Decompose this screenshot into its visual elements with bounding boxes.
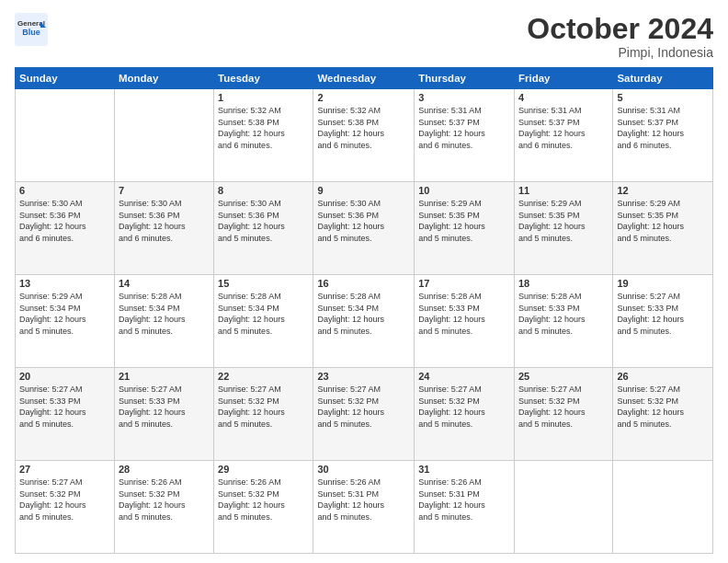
cell-info: Sunrise: 5:32 AM Sunset: 5:38 PM Dayligh… bbox=[218, 105, 309, 151]
calendar-cell: 6Sunrise: 5:30 AM Sunset: 5:36 PM Daylig… bbox=[16, 182, 115, 275]
calendar-cell: 10Sunrise: 5:29 AM Sunset: 5:35 PM Dayli… bbox=[415, 182, 515, 275]
page: General Blue October 2024 Pimpi, Indones… bbox=[0, 0, 728, 563]
day-number: 4 bbox=[518, 92, 609, 103]
day-number: 14 bbox=[119, 278, 210, 289]
cell-info: Sunrise: 5:31 AM Sunset: 5:37 PM Dayligh… bbox=[518, 105, 609, 151]
logo-icon: General Blue bbox=[15, 13, 48, 46]
calendar-cell: 19Sunrise: 5:27 AM Sunset: 5:33 PM Dayli… bbox=[613, 275, 713, 368]
cell-info: Sunrise: 5:26 AM Sunset: 5:31 PM Dayligh… bbox=[418, 477, 510, 523]
title-section: October 2024 Pimpi, Indonesia bbox=[527, 13, 713, 60]
calendar-cell: 22Sunrise: 5:27 AM Sunset: 5:32 PM Dayli… bbox=[214, 368, 313, 461]
cell-info: Sunrise: 5:29 AM Sunset: 5:35 PM Dayligh… bbox=[518, 198, 609, 244]
calendar-cell bbox=[514, 461, 612, 554]
location-subtitle: Pimpi, Indonesia bbox=[527, 45, 713, 60]
cell-info: Sunrise: 5:27 AM Sunset: 5:32 PM Dayligh… bbox=[617, 384, 709, 430]
calendar-cell: 30Sunrise: 5:26 AM Sunset: 5:31 PM Dayli… bbox=[313, 461, 415, 554]
calendar-cell: 11Sunrise: 5:29 AM Sunset: 5:35 PM Dayli… bbox=[514, 182, 612, 275]
cell-info: Sunrise: 5:30 AM Sunset: 5:36 PM Dayligh… bbox=[317, 198, 410, 244]
cell-info: Sunrise: 5:30 AM Sunset: 5:36 PM Dayligh… bbox=[119, 198, 210, 244]
calendar-cell bbox=[16, 89, 115, 182]
day-number: 11 bbox=[518, 185, 609, 196]
logo: General Blue bbox=[15, 13, 51, 50]
day-number: 26 bbox=[617, 371, 709, 382]
header-saturday: Saturday bbox=[613, 68, 713, 89]
cell-info: Sunrise: 5:32 AM Sunset: 5:38 PM Dayligh… bbox=[317, 105, 410, 151]
calendar-cell: 5Sunrise: 5:31 AM Sunset: 5:37 PM Daylig… bbox=[613, 89, 713, 182]
cell-info: Sunrise: 5:31 AM Sunset: 5:37 PM Dayligh… bbox=[418, 105, 510, 151]
calendar-cell: 2Sunrise: 5:32 AM Sunset: 5:38 PM Daylig… bbox=[313, 89, 415, 182]
day-number: 17 bbox=[418, 278, 510, 289]
day-number: 18 bbox=[518, 278, 609, 289]
week-row-2: 13Sunrise: 5:29 AM Sunset: 5:34 PM Dayli… bbox=[16, 275, 713, 368]
week-row-4: 27Sunrise: 5:27 AM Sunset: 5:32 PM Dayli… bbox=[16, 461, 713, 554]
calendar-cell: 8Sunrise: 5:30 AM Sunset: 5:36 PM Daylig… bbox=[214, 182, 313, 275]
day-number: 2 bbox=[317, 92, 410, 103]
header-friday: Friday bbox=[514, 68, 612, 89]
header-wednesday: Wednesday bbox=[313, 68, 415, 89]
day-number: 31 bbox=[418, 464, 510, 475]
calendar-cell: 1Sunrise: 5:32 AM Sunset: 5:38 PM Daylig… bbox=[214, 89, 313, 182]
day-number: 30 bbox=[317, 464, 410, 475]
cell-info: Sunrise: 5:26 AM Sunset: 5:31 PM Dayligh… bbox=[317, 477, 410, 523]
calendar-cell: 4Sunrise: 5:31 AM Sunset: 5:37 PM Daylig… bbox=[514, 89, 612, 182]
month-year-title: October 2024 bbox=[527, 13, 713, 45]
calendar-cell bbox=[114, 89, 213, 182]
day-number: 15 bbox=[218, 278, 309, 289]
day-number: 16 bbox=[317, 278, 410, 289]
header-tuesday: Tuesday bbox=[214, 68, 313, 89]
week-row-1: 6Sunrise: 5:30 AM Sunset: 5:36 PM Daylig… bbox=[16, 182, 713, 275]
calendar-cell: 24Sunrise: 5:27 AM Sunset: 5:32 PM Dayli… bbox=[415, 368, 515, 461]
header: General Blue October 2024 Pimpi, Indones… bbox=[15, 13, 713, 60]
day-number: 5 bbox=[617, 92, 709, 103]
calendar-cell bbox=[613, 461, 713, 554]
calendar-cell: 7Sunrise: 5:30 AM Sunset: 5:36 PM Daylig… bbox=[114, 182, 213, 275]
day-number: 25 bbox=[518, 371, 609, 382]
calendar-cell: 3Sunrise: 5:31 AM Sunset: 5:37 PM Daylig… bbox=[415, 89, 515, 182]
day-number: 20 bbox=[19, 371, 110, 382]
calendar-cell: 26Sunrise: 5:27 AM Sunset: 5:32 PM Dayli… bbox=[613, 368, 713, 461]
week-row-3: 20Sunrise: 5:27 AM Sunset: 5:33 PM Dayli… bbox=[16, 368, 713, 461]
cell-info: Sunrise: 5:31 AM Sunset: 5:37 PM Dayligh… bbox=[617, 105, 709, 151]
calendar-cell: 17Sunrise: 5:28 AM Sunset: 5:33 PM Dayli… bbox=[415, 275, 515, 368]
cell-info: Sunrise: 5:27 AM Sunset: 5:32 PM Dayligh… bbox=[418, 384, 510, 430]
day-number: 23 bbox=[317, 371, 410, 382]
week-row-0: 1Sunrise: 5:32 AM Sunset: 5:38 PM Daylig… bbox=[16, 89, 713, 182]
day-number: 9 bbox=[317, 185, 410, 196]
day-number: 24 bbox=[418, 371, 510, 382]
day-number: 7 bbox=[119, 185, 210, 196]
calendar-cell: 27Sunrise: 5:27 AM Sunset: 5:32 PM Dayli… bbox=[16, 461, 115, 554]
calendar-cell: 15Sunrise: 5:28 AM Sunset: 5:34 PM Dayli… bbox=[214, 275, 313, 368]
cell-info: Sunrise: 5:27 AM Sunset: 5:32 PM Dayligh… bbox=[218, 384, 309, 430]
day-number: 29 bbox=[218, 464, 309, 475]
header-sunday: Sunday bbox=[16, 68, 115, 89]
cell-info: Sunrise: 5:26 AM Sunset: 5:32 PM Dayligh… bbox=[218, 477, 309, 523]
calendar-cell: 14Sunrise: 5:28 AM Sunset: 5:34 PM Dayli… bbox=[114, 275, 213, 368]
calendar-cell: 21Sunrise: 5:27 AM Sunset: 5:33 PM Dayli… bbox=[114, 368, 213, 461]
calendar-table: Sunday Monday Tuesday Wednesday Thursday… bbox=[15, 67, 713, 554]
cell-info: Sunrise: 5:27 AM Sunset: 5:33 PM Dayligh… bbox=[617, 291, 709, 337]
cell-info: Sunrise: 5:30 AM Sunset: 5:36 PM Dayligh… bbox=[218, 198, 309, 244]
calendar-cell: 29Sunrise: 5:26 AM Sunset: 5:32 PM Dayli… bbox=[214, 461, 313, 554]
cell-info: Sunrise: 5:30 AM Sunset: 5:36 PM Dayligh… bbox=[19, 198, 110, 244]
calendar-cell: 16Sunrise: 5:28 AM Sunset: 5:34 PM Dayli… bbox=[313, 275, 415, 368]
day-number: 12 bbox=[617, 185, 709, 196]
cell-info: Sunrise: 5:29 AM Sunset: 5:34 PM Dayligh… bbox=[19, 291, 110, 337]
calendar-cell: 31Sunrise: 5:26 AM Sunset: 5:31 PM Dayli… bbox=[415, 461, 515, 554]
day-number: 8 bbox=[218, 185, 309, 196]
cell-info: Sunrise: 5:28 AM Sunset: 5:34 PM Dayligh… bbox=[119, 291, 210, 337]
day-number: 13 bbox=[19, 278, 110, 289]
calendar-cell: 23Sunrise: 5:27 AM Sunset: 5:32 PM Dayli… bbox=[313, 368, 415, 461]
cell-info: Sunrise: 5:27 AM Sunset: 5:32 PM Dayligh… bbox=[317, 384, 410, 430]
calendar-cell: 25Sunrise: 5:27 AM Sunset: 5:32 PM Dayli… bbox=[514, 368, 612, 461]
cell-info: Sunrise: 5:26 AM Sunset: 5:32 PM Dayligh… bbox=[119, 477, 210, 523]
calendar-cell: 12Sunrise: 5:29 AM Sunset: 5:35 PM Dayli… bbox=[613, 182, 713, 275]
day-number: 1 bbox=[218, 92, 309, 103]
cell-info: Sunrise: 5:27 AM Sunset: 5:33 PM Dayligh… bbox=[19, 384, 110, 430]
cell-info: Sunrise: 5:27 AM Sunset: 5:33 PM Dayligh… bbox=[119, 384, 210, 430]
svg-text:Blue: Blue bbox=[22, 28, 40, 37]
header-monday: Monday bbox=[114, 68, 213, 89]
day-number: 27 bbox=[19, 464, 110, 475]
cell-info: Sunrise: 5:29 AM Sunset: 5:35 PM Dayligh… bbox=[418, 198, 510, 244]
calendar-cell: 9Sunrise: 5:30 AM Sunset: 5:36 PM Daylig… bbox=[313, 182, 415, 275]
day-number: 10 bbox=[418, 185, 510, 196]
